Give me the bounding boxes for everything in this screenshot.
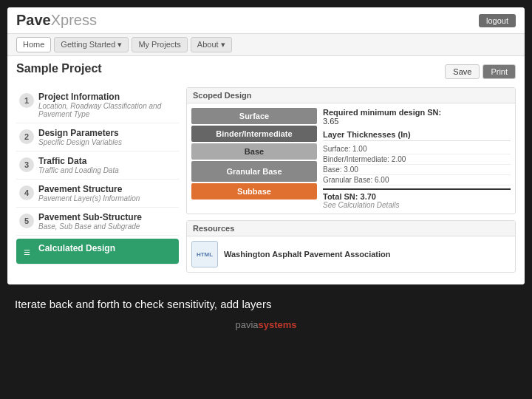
- resources-section: Resources HTML Washington Asphalt Paveme…: [186, 220, 516, 273]
- thickness-granular: Granular Base: 6.00: [323, 175, 511, 185]
- steps-panel: 1 Project Information Location, Roadway …: [16, 87, 179, 279]
- step-calculated-design[interactable]: ☰ Calculated Design: [16, 239, 179, 265]
- header-right: logout: [479, 14, 516, 27]
- caption-text: Iterate back and forth to check sensitiv…: [15, 298, 271, 310]
- nav-my-projects[interactable]: My Projects: [132, 37, 187, 52]
- nav-bar: Home Getting Started ▾ My Projects About…: [7, 34, 525, 56]
- calc-details-link[interactable]: See Calculation Details: [323, 201, 511, 209]
- step-3-sub: Traffic and Loading Data: [38, 166, 119, 174]
- footer-pavia: pavia: [235, 319, 258, 330]
- design-info: Required minimum design SN:3.65 Layer Th…: [323, 108, 511, 209]
- step-2-title: Design Parameters: [38, 128, 122, 138]
- nav-about[interactable]: About ▾: [191, 37, 232, 52]
- footer-systems: systems: [259, 319, 297, 330]
- right-panel: Scoped Design Surface Binder/Intermediat…: [186, 87, 516, 279]
- step-5-text: Pavement Sub-Structure Base, Sub Base an…: [38, 212, 142, 231]
- required-sn: Required minimum design SN:3.65: [323, 108, 511, 126]
- page-title: Sample Project: [16, 62, 102, 75]
- nav-getting-started[interactable]: Getting Started ▾: [54, 37, 129, 52]
- step-5-sub: Base, Sub Base and Subgrade: [38, 222, 142, 231]
- calculated-design-icon: ☰: [19, 245, 34, 259]
- thicknesses-title: Layer Thicknesses (In): [323, 130, 511, 141]
- step-5-title: Pavement Sub-Structure: [38, 212, 142, 222]
- save-button[interactable]: Save: [445, 64, 480, 79]
- layers-chart: Surface Binder/Intermediate Base Granula…: [191, 108, 317, 209]
- top-buttons: Save Print: [445, 64, 516, 79]
- step-1[interactable]: 1 Project Information Location, Roadway …: [16, 87, 179, 123]
- calculated-design-text: Calculated Design: [38, 243, 115, 253]
- thickness-surface: Surface: 1.00: [323, 144, 511, 154]
- logout-button[interactable]: logout: [479, 14, 516, 27]
- footer: paviasystems: [232, 316, 299, 333]
- step-1-title: Project Information: [38, 92, 176, 102]
- step-2-sub: Specific Design Variables: [38, 138, 122, 146]
- calculated-design-title: Calculated Design: [38, 243, 115, 253]
- layer-surface: Surface: [191, 108, 317, 124]
- thickness-base: Base: 3.00: [323, 165, 511, 175]
- step-1-number: 1: [19, 93, 34, 108]
- step-3-number: 3: [19, 157, 34, 172]
- print-button[interactable]: Print: [482, 64, 516, 79]
- step-4-sub: Pavement Layer(s) Information: [38, 194, 140, 202]
- step-5[interactable]: 5 Pavement Sub-Structure Base, Sub Base …: [16, 208, 179, 236]
- scoped-design-section: Scoped Design Surface Binder/Intermediat…: [186, 87, 516, 214]
- step-5-number: 5: [19, 214, 34, 228]
- total-sn: Total SN: 3.70: [323, 188, 511, 201]
- step-1-text: Project Information Location, Roadway Cl…: [38, 92, 176, 118]
- sn-value: 3.65: [323, 117, 338, 126]
- step-3[interactable]: 3 Traffic Data Traffic and Loading Data: [16, 151, 179, 180]
- layer-base: Base: [191, 143, 317, 160]
- step-4-number: 4: [19, 185, 34, 200]
- thickness-binder: Binder/Intermediate: 2.00: [323, 154, 511, 165]
- layer-granular: Granular Base: [191, 161, 317, 182]
- page-title-row: Sample Project Save Print: [16, 62, 516, 81]
- step-1-sub: Location, Roadway Classification and Pav…: [38, 102, 176, 118]
- resource-icon-text: HTML: [197, 251, 213, 258]
- step-4-title: Pavement Structure: [38, 184, 140, 194]
- main-layout: 1 Project Information Location, Roadway …: [16, 87, 516, 279]
- resource-name[interactable]: Washington Asphalt Pavement Association: [224, 250, 391, 259]
- page-content: Sample Project Save Print 1 Project Info…: [7, 56, 525, 284]
- logo: PaveXpress: [16, 12, 97, 29]
- app-header: PaveXpress logout: [7, 7, 525, 34]
- layer-subbase: Subbase: [191, 183, 317, 200]
- step-3-text: Traffic Data Traffic and Loading Data: [38, 156, 119, 174]
- resource-icon: HTML: [191, 241, 218, 267]
- step-2-number: 2: [19, 129, 34, 144]
- logo-pave: Pave: [16, 12, 51, 28]
- logo-xpress: Xpress: [51, 12, 97, 28]
- step-3-title: Traffic Data: [38, 156, 119, 166]
- resources-header: Resources: [187, 221, 515, 236]
- scoped-design-header: Scoped Design: [187, 88, 515, 103]
- nav-home[interactable]: Home: [16, 37, 51, 52]
- step-4-text: Pavement Structure Pavement Layer(s) Inf…: [38, 184, 140, 202]
- resources-body: HTML Washington Asphalt Pavement Associa…: [187, 236, 515, 272]
- caption-bar: Iterate back and forth to check sensitiv…: [0, 292, 532, 316]
- step-2[interactable]: 2 Design Parameters Specific Design Vari…: [16, 123, 179, 151]
- step-2-text: Design Parameters Specific Design Variab…: [38, 128, 122, 146]
- step-4[interactable]: 4 Pavement Structure Pavement Layer(s) I…: [16, 180, 179, 208]
- layer-binder: Binder/Intermediate: [191, 126, 317, 142]
- scoped-design-body: Surface Binder/Intermediate Base Granula…: [187, 103, 515, 214]
